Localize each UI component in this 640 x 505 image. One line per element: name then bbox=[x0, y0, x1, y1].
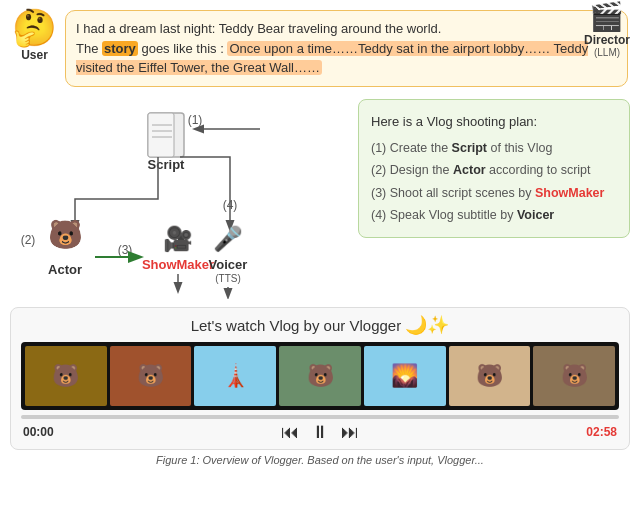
svg-text:Voicer: Voicer bbox=[209, 257, 248, 272]
film-thumb-1: 🐻 bbox=[25, 346, 107, 406]
user-message-bubble: I had a dream last night: Teddy Bear tra… bbox=[65, 10, 628, 87]
filmstrip: 🐻 🐻 🗼 🐻 🌄 🐻 🐻 bbox=[21, 342, 619, 410]
top-section: 🤔 User I had a dream last night: Teddy B… bbox=[0, 0, 640, 95]
svg-rect-1 bbox=[148, 113, 174, 157]
video-section: Let's watch Vlog by our Vlogger 🌙✨ 🐻 🐻 🗼… bbox=[10, 307, 630, 450]
svg-text:(3): (3) bbox=[118, 243, 133, 257]
film-thumb-7: 🐻 bbox=[533, 346, 615, 406]
svg-text:🐻: 🐻 bbox=[48, 218, 83, 251]
time-total: 02:58 bbox=[586, 425, 617, 439]
film-frame-7: 🐻 bbox=[533, 346, 615, 406]
progress-container[interactable] bbox=[21, 415, 619, 419]
film-frame-6: 🐻 bbox=[449, 346, 531, 406]
svg-text:(1): (1) bbox=[188, 113, 203, 127]
film-thumb-2: 🐻 bbox=[110, 346, 192, 406]
film-frame-3: 🗼 bbox=[194, 346, 276, 406]
user-label: User bbox=[21, 48, 48, 62]
message-story-word: story bbox=[102, 41, 138, 56]
info-item-1: (1) Create the Script of this Vlog bbox=[371, 137, 617, 160]
message-line2-mid: goes like this : bbox=[138, 41, 228, 56]
director-icon: 🎬 bbox=[589, 0, 624, 33]
forward-button[interactable]: ⏭ bbox=[341, 423, 359, 441]
message-line1: I had a dream last night: Teddy Bear tra… bbox=[76, 21, 441, 36]
info-item-4: (4) Speak Vlog subtitle by Voicer bbox=[371, 204, 617, 227]
video-title: Let's watch Vlog by our Vlogger 🌙✨ bbox=[21, 314, 619, 336]
film-frame-1: 🐻 bbox=[25, 346, 107, 406]
svg-text:🎤: 🎤 bbox=[213, 224, 243, 253]
film-thumb-3: 🗼 bbox=[194, 346, 276, 406]
pause-button[interactable]: ⏸ bbox=[311, 423, 329, 441]
film-thumb-6: 🐻 bbox=[449, 346, 531, 406]
film-thumb-5: 🌄 bbox=[364, 346, 446, 406]
info-panel-title: Here is a Vlog shooting plan: bbox=[371, 110, 617, 133]
svg-text:Actor: Actor bbox=[48, 262, 82, 277]
film-thumb-4: 🐻 bbox=[279, 346, 361, 406]
moon-icon: 🌙✨ bbox=[405, 315, 449, 335]
time-current: 00:00 bbox=[23, 425, 54, 439]
svg-text:(TTS): (TTS) bbox=[215, 273, 241, 284]
film-frame-2: 🐻 bbox=[110, 346, 192, 406]
svg-text:(2): (2) bbox=[21, 233, 36, 247]
playback-controls: 00:00 ⏮ ⏸ ⏭ 02:58 bbox=[21, 423, 619, 441]
film-frame-4: 🐻 bbox=[279, 346, 361, 406]
middle-section: Script (1) (2) (3) (4) 🐻 Actor 🎥 ShowM bbox=[0, 95, 640, 303]
progress-bar-bg[interactable] bbox=[21, 415, 619, 419]
info-item-2: (2) Design the Actor according to script bbox=[371, 159, 617, 182]
director-label: Director bbox=[584, 33, 630, 47]
director-sub: (LLM) bbox=[594, 47, 620, 58]
diagram-area: Script (1) (2) (3) (4) 🐻 Actor 🎥 ShowM bbox=[10, 99, 350, 299]
svg-text:ShowMaker: ShowMaker bbox=[142, 257, 214, 272]
info-panel: Here is a Vlog shooting plan: (1) Create… bbox=[358, 99, 630, 238]
control-buttons: ⏮ ⏸ ⏭ bbox=[281, 423, 359, 441]
film-frame-5: 🌄 bbox=[364, 346, 446, 406]
user-avatar: 🤔 User bbox=[12, 10, 57, 62]
svg-text:🎥: 🎥 bbox=[163, 224, 193, 253]
info-item-3: (3) Shoot all script scenes by ShowMaker bbox=[371, 182, 617, 205]
rewind-button[interactable]: ⏮ bbox=[281, 423, 299, 441]
user-emoji: 🤔 bbox=[12, 10, 57, 46]
figure-caption: Figure 1: Overview of Vlogger. Based on … bbox=[0, 450, 640, 468]
svg-text:Script: Script bbox=[148, 157, 186, 172]
director-box: 🎬 Director (LLM) bbox=[584, 0, 630, 58]
workflow-diagram: Script (1) (2) (3) (4) 🐻 Actor 🎥 ShowM bbox=[10, 99, 350, 299]
message-line2-pre: The bbox=[76, 41, 102, 56]
